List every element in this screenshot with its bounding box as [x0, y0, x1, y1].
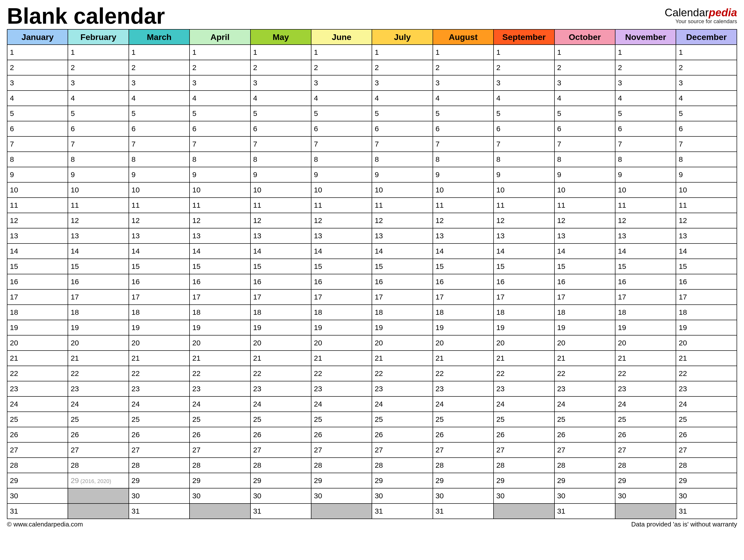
day-row: 444444444444 [7, 90, 737, 106]
day-cell: 26 [251, 427, 311, 442]
day-cell: 12 [676, 213, 737, 228]
day-cell: 28 [251, 458, 311, 473]
day-row: 272727272727272727272727 [7, 442, 737, 458]
day-cell: 22 [372, 366, 433, 381]
day-cell: 10 [129, 182, 189, 198]
day-cell: 18 [555, 305, 615, 320]
day-cell: 1 [311, 45, 372, 60]
day-cell: 14 [676, 244, 737, 259]
day-cell: 7 [7, 137, 68, 152]
day-cell: 4 [7, 90, 68, 106]
blank-cell [68, 488, 128, 503]
day-cell: 13 [7, 228, 68, 244]
day-cell: 23 [555, 381, 615, 397]
day-cell: 27 [311, 442, 372, 458]
day-cell: 15 [7, 259, 68, 274]
day-cell: 2 [493, 60, 554, 75]
day-cell: 26 [311, 427, 372, 442]
day-cell: 13 [676, 228, 737, 244]
day-cell: 23 [433, 381, 493, 397]
day-cell: 11 [129, 198, 189, 213]
day-cell: 9 [7, 167, 68, 182]
day-row: 2929(2016, 2020)29292929292929292929 [7, 473, 737, 488]
day-cell: 29 [189, 473, 250, 488]
day-cell: 17 [311, 289, 372, 305]
day-cell: 4 [189, 90, 250, 106]
day-cell: 13 [311, 228, 372, 244]
day-cell: 27 [129, 442, 189, 458]
day-cell: 30 [251, 488, 311, 503]
day-cell: 19 [676, 320, 737, 335]
month-header: January [7, 29, 68, 45]
day-cell: 20 [68, 335, 128, 350]
day-cell: 16 [7, 274, 68, 289]
day-cell: 29 [311, 473, 372, 488]
day-cell: 17 [676, 289, 737, 305]
day-cell: 10 [68, 182, 128, 198]
day-cell: 8 [676, 152, 737, 167]
day-cell: 11 [676, 198, 737, 213]
day-cell: 28 [433, 458, 493, 473]
day-cell: 7 [129, 137, 189, 152]
day-cell: 14 [129, 244, 189, 259]
day-cell: 16 [129, 274, 189, 289]
day-cell: 21 [68, 350, 128, 366]
day-cell: 28 [555, 458, 615, 473]
day-cell: 30 [372, 488, 433, 503]
day-cell: 29 [676, 473, 737, 488]
day-cell: 12 [372, 213, 433, 228]
day-cell: 4 [311, 90, 372, 106]
day-cell: 21 [555, 350, 615, 366]
day-cell: 25 [676, 412, 737, 427]
day-cell: 9 [555, 167, 615, 182]
day-cell: 20 [189, 335, 250, 350]
day-cell: 29 [129, 473, 189, 488]
month-header: February [68, 29, 128, 45]
day-cell: 20 [555, 335, 615, 350]
day-cell: 13 [372, 228, 433, 244]
month-header: May [251, 29, 311, 45]
leap-day-number: 29 [71, 476, 79, 485]
day-cell: 8 [68, 152, 128, 167]
day-cell: 22 [676, 366, 737, 381]
day-cell: 25 [251, 412, 311, 427]
day-cell: 27 [251, 442, 311, 458]
day-cell: 4 [615, 90, 676, 106]
day-cell: 19 [251, 320, 311, 335]
day-cell: 3 [189, 75, 250, 90]
day-cell: 8 [251, 152, 311, 167]
day-cell: 16 [189, 274, 250, 289]
day-cell: 26 [7, 427, 68, 442]
day-row: 202020202020202020202020 [7, 335, 737, 350]
day-cell: 9 [251, 167, 311, 182]
day-cell: 30 [7, 488, 68, 503]
brand-prefix: Calendar [665, 6, 709, 18]
day-cell: 12 [615, 213, 676, 228]
day-cell: 25 [129, 412, 189, 427]
day-cell: 29 [615, 473, 676, 488]
day-cell: 18 [7, 305, 68, 320]
day-cell: 24 [68, 397, 128, 412]
day-cell: 27 [676, 442, 737, 458]
day-cell: 10 [676, 182, 737, 198]
day-row: 282828282828282828282828 [7, 458, 737, 473]
day-cell: 1 [251, 45, 311, 60]
day-cell: 8 [311, 152, 372, 167]
day-cell: 25 [7, 412, 68, 427]
day-cell: 24 [372, 397, 433, 412]
day-cell: 1 [129, 45, 189, 60]
footer-right: Data provided 'as is' without warranty [631, 521, 737, 528]
day-cell: 18 [372, 305, 433, 320]
day-cell: 27 [189, 442, 250, 458]
day-cell: 16 [493, 274, 554, 289]
month-header: June [311, 29, 372, 45]
day-cell: 23 [251, 381, 311, 397]
day-cell: 21 [493, 350, 554, 366]
day-cell: 28 [189, 458, 250, 473]
day-cell: 7 [68, 137, 128, 152]
day-cell: 9 [189, 167, 250, 182]
day-cell: 3 [372, 75, 433, 90]
day-cell: 24 [676, 397, 737, 412]
day-cell: 18 [433, 305, 493, 320]
day-cell: 21 [372, 350, 433, 366]
